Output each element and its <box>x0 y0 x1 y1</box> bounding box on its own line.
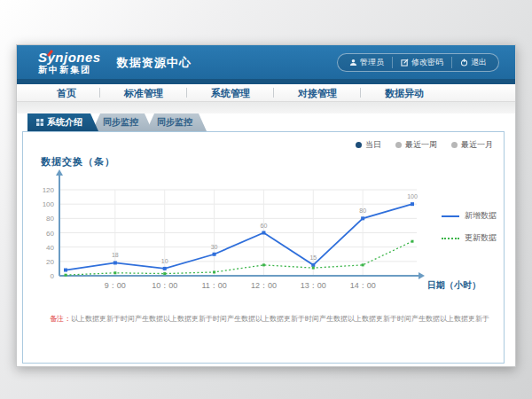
radio-last-month[interactable]: 最近一月 <box>451 139 493 151</box>
radio-last-month-label: 最近一月 <box>461 139 493 151</box>
footnote: 备注：以上数据更新于时间产生数据以上数据更新于时间产生数据以上数据更新于时间产生… <box>50 314 497 324</box>
user-menu: 管理员 修改密码 退出 <box>337 53 499 72</box>
svg-text:20: 20 <box>46 258 54 266</box>
tab-system-intro[interactable]: 系统介绍 <box>27 113 98 131</box>
svg-text:14：00: 14：00 <box>350 281 376 290</box>
footnote-text: 以上数据更新于时间产生数据以上数据更新于时间产生数据以上数据更新于时间产生数据以… <box>71 315 489 323</box>
logo-brand: Synjones <box>38 51 101 64</box>
svg-text:10: 10 <box>161 258 168 264</box>
svg-text:13：00: 13：00 <box>301 281 326 290</box>
tab-sync-monitor-1[interactable]: 同步监控 <box>92 113 153 131</box>
y-axis-title: 数据交换（条） <box>41 155 115 168</box>
period-selector: 当日 最近一周 最近一月 <box>356 139 493 151</box>
legend-update-data[interactable]: 更新数据 <box>442 232 497 244</box>
svg-text:11：00: 11：00 <box>201 281 226 290</box>
page-title: 数据资源中心 <box>117 53 192 71</box>
svg-text:80: 80 <box>359 207 366 214</box>
svg-text:12：00: 12：00 <box>251 281 277 290</box>
radio-today-label: 当日 <box>365 139 381 151</box>
radio-last-week-dot <box>395 142 402 148</box>
chart-legend: 新增数据 更新数据 <box>442 210 497 244</box>
svg-text:18: 18 <box>112 252 119 258</box>
app-header: Synjones 新中新集团 数据资源中心 管理员 修改密码 <box>17 45 515 79</box>
grid-icon <box>36 118 43 128</box>
edit-icon <box>401 59 409 66</box>
user-menu-change-password-label: 修改密码 <box>411 57 443 68</box>
user-menu-logout-label: 退出 <box>471 57 487 68</box>
svg-text:日期（小时）: 日期（小时） <box>427 280 481 290</box>
nav-item-standard[interactable]: 标准管理 <box>100 84 187 102</box>
svg-text:30: 30 <box>211 244 218 250</box>
tab-system-intro-label: 系统介绍 <box>47 116 82 129</box>
chart-tick-labels: 0204060801001209：0010：0011：0012：0013：001… <box>43 186 376 290</box>
nav-shadow <box>17 102 515 113</box>
svg-text:9：00: 9：00 <box>105 281 126 290</box>
svg-text:80: 80 <box>46 215 54 223</box>
desktop-background: Synjones 新中新集团 数据资源中心 管理员 修改密码 <box>0 0 532 399</box>
svg-text:10：00: 10：00 <box>152 281 177 290</box>
radio-last-month-dot <box>451 142 458 148</box>
svg-text:100: 100 <box>43 200 55 208</box>
legend-new-data-label: 新增数据 <box>465 210 497 222</box>
svg-text:60: 60 <box>46 230 54 238</box>
tab-sync-monitor-1-label: 同步监控 <box>103 116 138 129</box>
tab-sync-monitor-2-label: 同步监控 <box>157 116 192 129</box>
logout-icon <box>460 59 468 66</box>
radio-today[interactable]: 当日 <box>356 139 381 151</box>
tab-sync-monitor-2[interactable]: 同步监控 <box>146 113 207 131</box>
svg-text:0: 0 <box>51 272 55 280</box>
nav-item-system[interactable]: 系统管理 <box>187 84 274 102</box>
svg-text:60: 60 <box>261 223 268 229</box>
logo: Synjones 新中新集团 <box>38 51 101 74</box>
user-menu-change-password[interactable]: 修改密码 <box>392 57 451 68</box>
user-menu-admin-label: 管理员 <box>360 57 384 68</box>
svg-text:40: 40 <box>46 244 54 252</box>
radio-last-week-label: 最近一周 <box>405 139 437 151</box>
svg-text:15: 15 <box>309 254 317 261</box>
tab-bar: 系统介绍 同步监控 同步监控 <box>27 113 515 131</box>
radio-today-dot <box>356 142 362 148</box>
user-icon <box>349 59 357 66</box>
nav-item-home[interactable]: 首页 <box>33 84 100 102</box>
user-menu-logout[interactable]: 退出 <box>451 57 495 68</box>
nav-item-data-change[interactable]: 数据异动 <box>361 84 448 102</box>
legend-update-data-label: 更新数据 <box>465 232 497 244</box>
svg-text:120: 120 <box>43 186 55 194</box>
line-chart: 0204060801001209：0010：0011：0012：0013：001… <box>23 168 505 296</box>
nav-item-connect[interactable]: 对接管理 <box>274 84 361 102</box>
logo-company: 新中新集团 <box>38 66 101 74</box>
content-panel: 当日 最近一周 最近一月 数据交换（条） 0204060801001209：00… <box>22 131 505 364</box>
user-menu-admin[interactable]: 管理员 <box>341 57 392 68</box>
footnote-label: 备注： <box>50 315 71 323</box>
radio-last-week[interactable]: 最近一周 <box>395 139 437 151</box>
svg-text:100: 100 <box>407 193 418 200</box>
app-window: Synjones 新中新集团 数据资源中心 管理员 修改密码 <box>16 44 516 367</box>
main-nav: 首页 标准管理 系统管理 对接管理 数据异动 <box>17 84 515 102</box>
legend-update-data-line <box>442 238 459 239</box>
legend-new-data-line <box>442 215 459 217</box>
legend-new-data[interactable]: 新增数据 <box>442 210 497 222</box>
